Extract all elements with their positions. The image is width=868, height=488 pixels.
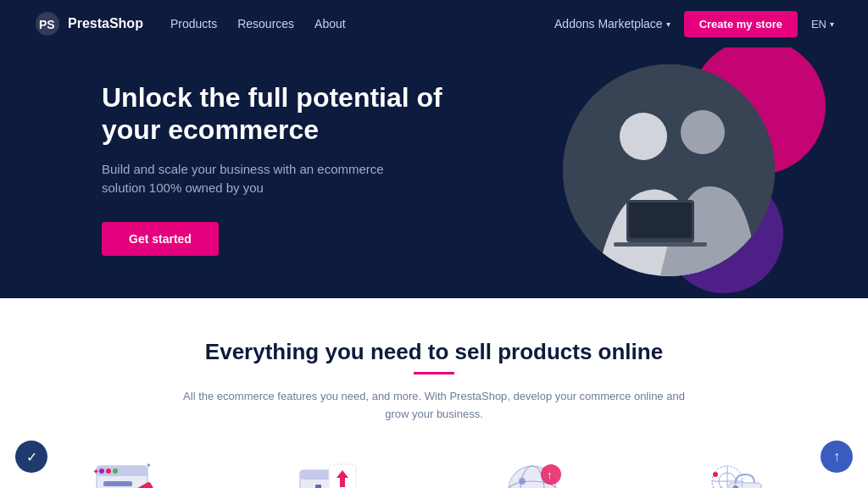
feature-icon-grow: ↑ [494, 453, 579, 488]
nav-links: Products Resources About [170, 17, 554, 30]
logo-text: PrestaShop [68, 16, 143, 31]
svg-point-13 [113, 469, 118, 474]
features-subtitle: All the ecommerce features you need, and… [180, 388, 688, 424]
hero-image-area [512, 56, 800, 259]
run-ecommerce-icon [293, 458, 370, 488]
svg-text:✦: ✦ [146, 462, 152, 469]
svg-rect-24 [315, 485, 321, 488]
svg-text:PS: PS [39, 18, 55, 31]
svg-text:✦: ✦ [92, 467, 99, 476]
features-title: Everything you need to sell products onl… [34, 339, 834, 365]
back-button[interactable]: ✓ [15, 441, 47, 473]
hero-section: Unlock the full potential of your ecomme… [0, 47, 868, 298]
feature-card-grow: ↑ Grow your revenue Scale your business … [444, 453, 629, 488]
hero-content: Unlock the full potential of your ecomme… [102, 81, 492, 256]
feature-card-international: Launch an international ecommerce websit… [649, 453, 834, 488]
nav-about[interactable]: About [314, 17, 346, 30]
nav-resources[interactable]: Resources [237, 17, 294, 30]
get-started-button[interactable]: Get started [102, 222, 219, 256]
language-selector[interactable]: EN [811, 18, 834, 30]
features-grid: ✦ ✦ Customize your online store Personal… [34, 453, 834, 488]
up-icon: ↑ [833, 449, 840, 464]
hero-subtitle: Build and scale your business with an ec… [102, 160, 407, 198]
feature-icon-run [289, 453, 374, 488]
feature-card-customize: ✦ ✦ Customize your online store Personal… [34, 453, 219, 488]
addons-marketplace-link[interactable]: Addons Marketplace [554, 17, 670, 30]
header: PS PrestaShop Products Resources About A… [0, 0, 868, 47]
svg-rect-8 [614, 242, 707, 247]
create-store-button[interactable]: Create my store [684, 11, 798, 37]
svg-point-44 [713, 472, 718, 477]
svg-point-5 [681, 110, 725, 154]
feature-icon-customize: ✦ ✦ [84, 453, 169, 488]
hero-person-image [563, 64, 775, 276]
international-icon [704, 458, 780, 488]
grow-revenue-icon: ↑ [498, 458, 575, 488]
feature-icon-international [699, 453, 784, 488]
features-section: Everything you need to sell products onl… [0, 298, 868, 488]
customize-icon: ✦ ✦ [88, 458, 164, 488]
svg-rect-14 [103, 481, 132, 486]
feature-card-run: Run your ecommerce website Manage everyt… [239, 453, 424, 488]
svg-point-11 [99, 469, 104, 474]
hero-title: Unlock the full potential of your ecomme… [102, 81, 492, 147]
nav-products[interactable]: Products [170, 17, 217, 30]
hero-persons-svg [563, 64, 775, 276]
svg-text:↑: ↑ [547, 469, 553, 481]
svg-point-12 [106, 469, 111, 474]
svg-point-4 [620, 113, 667, 160]
back-icon: ✓ [26, 449, 37, 465]
prestashop-logo-icon: PS [34, 10, 61, 37]
features-divider [414, 372, 454, 374]
scroll-up-button[interactable]: ↑ [821, 441, 853, 473]
svg-point-36 [519, 478, 526, 485]
header-right: Addons Marketplace Create my store EN [554, 11, 834, 37]
logo[interactable]: PS PrestaShop [34, 10, 143, 37]
svg-rect-7 [629, 202, 692, 238]
